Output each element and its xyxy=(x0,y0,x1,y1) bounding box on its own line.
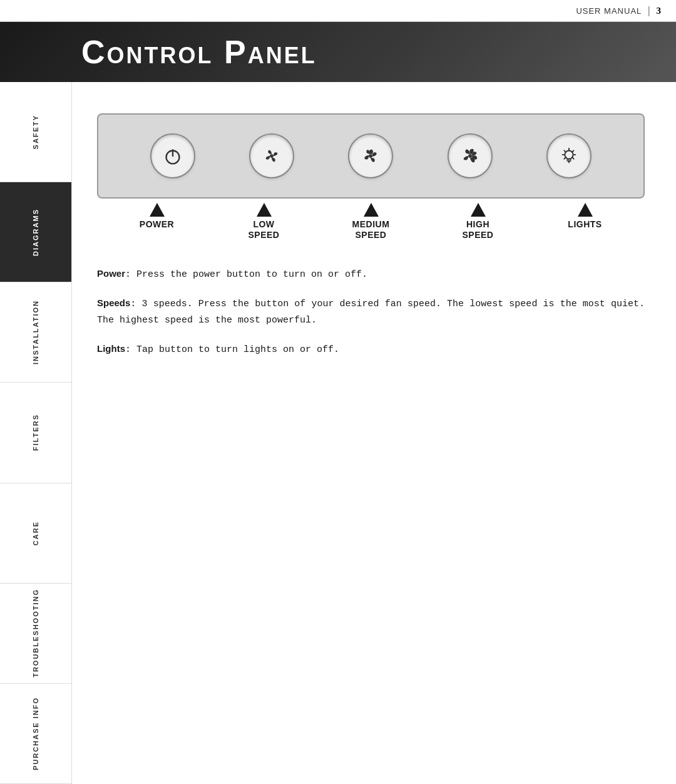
power-icon xyxy=(161,144,185,168)
high-speed-label-group: HIGHSPEED xyxy=(438,202,519,240)
low-speed-label: LOWSPEED xyxy=(248,219,280,240)
svg-line-12 xyxy=(572,150,574,152)
high-speed-arrow xyxy=(471,203,486,217)
lights-arrow xyxy=(578,203,593,217)
low-speed-label-group: LOWSPEED xyxy=(223,202,305,240)
sidebar-item-filters[interactable]: FILTERS xyxy=(0,383,71,483)
medium-speed-arrow xyxy=(364,203,379,217)
power-term: Power xyxy=(97,268,125,279)
manual-label: USER MANUAL xyxy=(576,6,642,16)
svg-line-11 xyxy=(572,157,574,159)
medium-speed-label: MEDIUMSPEED xyxy=(352,219,390,240)
sidebar-item-label: FILTERS xyxy=(32,414,39,451)
sidebar-item-label: INSTALLATION xyxy=(32,300,39,364)
medium-speed-label-group: MEDIUMSPEED xyxy=(330,202,412,240)
sidebar-item-diagrams[interactable]: DIAGRAMS xyxy=(0,182,71,282)
lights-icon xyxy=(557,144,581,168)
svg-line-10 xyxy=(564,150,566,152)
page-title: Control Panel xyxy=(81,33,657,71)
header: USER MANUAL | 3 xyxy=(0,0,676,22)
sidebar-item-label: DIAGRAMS xyxy=(32,209,39,256)
power-arrow xyxy=(150,203,165,217)
sidebar-item-installation[interactable]: INSTALLATION xyxy=(0,282,71,383)
sidebar: SAFETYDIAGRAMSINSTALLATIONFILTERSCARETRO… xyxy=(0,82,72,784)
power-button[interactable] xyxy=(150,133,195,178)
power-description: Power: Press the power button to turn on… xyxy=(97,266,645,283)
fan-med-icon xyxy=(359,144,382,168)
svg-line-13 xyxy=(564,157,566,159)
page-number: 3 xyxy=(657,6,662,16)
control-panel-diagram: POWER LOWSPEED MEDIUMSPEED HIGHSPEED xyxy=(97,113,645,240)
sidebar-item-troubleshooting[interactable]: TROUBLESHOOTING xyxy=(0,584,71,684)
lights-term: Lights xyxy=(97,343,125,354)
power-desc-text: : Press the power button to turn on or o… xyxy=(125,269,367,280)
fan-low-icon xyxy=(260,144,284,168)
panel-box xyxy=(97,113,645,199)
title-section: Control Panel xyxy=(0,22,676,82)
lights-description: Lights: Tap button to turn lights on or … xyxy=(97,341,645,358)
lights-label: LIGHTS xyxy=(568,219,602,230)
descriptions: Power: Press the power button to turn on… xyxy=(97,266,645,358)
sidebar-item-purchase-info[interactable]: PURCHASE INFO xyxy=(0,684,71,784)
power-label-group: POWER xyxy=(116,202,198,230)
lights-button[interactable] xyxy=(546,133,592,178)
high-speed-label: HIGHSPEED xyxy=(463,219,494,240)
lights-desc-text: : Tap button to turn lights on or off. xyxy=(125,344,339,355)
sidebar-item-label: CARE xyxy=(32,521,39,545)
sidebar-item-label: TROUBLESHOOTING xyxy=(32,589,39,678)
svg-point-3 xyxy=(369,154,373,158)
power-label: POWER xyxy=(140,219,174,230)
low-speed-arrow xyxy=(257,203,272,217)
speeds-term: Speeds xyxy=(97,297,130,308)
sidebar-item-care[interactable]: CARE xyxy=(0,483,71,584)
speeds-desc-text: : 3 speeds. Press the button of your des… xyxy=(97,299,645,326)
buttons-row: POWER LOWSPEED MEDIUMSPEED HIGHSPEED xyxy=(97,202,645,240)
lights-label-group: LIGHTS xyxy=(545,202,626,230)
main-content: SAFETYDIAGRAMSINSTALLATIONFILTERSCARETRO… xyxy=(0,82,676,784)
content-area: POWER LOWSPEED MEDIUMSPEED HIGHSPEED xyxy=(72,82,676,784)
sidebar-item-safety[interactable]: SAFETY xyxy=(0,82,71,182)
svg-point-4 xyxy=(468,154,472,158)
svg-point-2 xyxy=(270,154,274,158)
sidebar-item-label: PURCHASE INFO xyxy=(32,697,39,770)
medium-speed-button[interactable] xyxy=(348,133,393,178)
fan-high-icon xyxy=(458,144,482,168)
header-divider: | xyxy=(648,5,650,16)
high-speed-button[interactable] xyxy=(448,133,493,178)
low-speed-button[interactable] xyxy=(249,133,294,178)
sidebar-item-label: SAFETY xyxy=(32,115,39,149)
speeds-description: Speeds: 3 speeds. Press the button of yo… xyxy=(97,295,645,328)
